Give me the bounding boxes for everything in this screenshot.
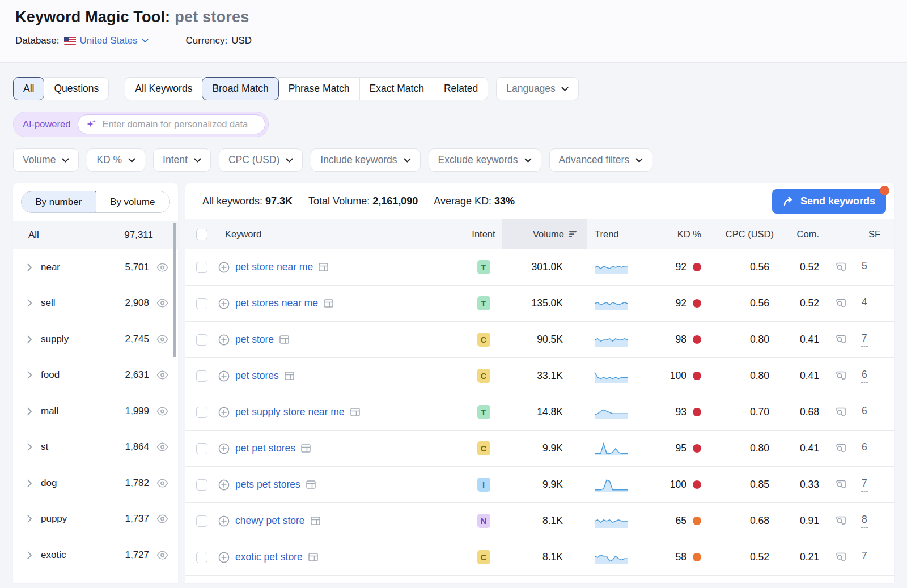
send-keywords-button[interactable]: Send keywords: [772, 189, 886, 214]
serp-features-icon[interactable]: [324, 299, 333, 308]
serp-features-icon[interactable]: [306, 480, 316, 489]
add-keyword-icon[interactable]: [218, 262, 230, 273]
row-checkbox[interactable]: [196, 262, 207, 273]
eye-icon[interactable]: [156, 407, 168, 416]
row-checkbox[interactable]: [196, 552, 207, 563]
serp-features-icon[interactable]: [301, 444, 311, 453]
tab-all-keywords[interactable]: All Keywords: [125, 77, 202, 100]
row-checkbox[interactable]: [196, 515, 207, 527]
serp-features-icon[interactable]: [285, 372, 294, 380]
domain-input[interactable]: [102, 119, 257, 130]
tab-all[interactable]: All: [13, 77, 44, 100]
view-serp-icon[interactable]: [835, 299, 847, 308]
domain-input-box[interactable]: [78, 114, 265, 134]
view-serp-icon[interactable]: [835, 407, 847, 417]
filter-intent-button[interactable]: Intent: [153, 148, 211, 172]
chevron-right-icon[interactable]: [27, 263, 32, 271]
sidebar-item-st[interactable]: st 1,864: [13, 429, 178, 466]
serp-features-icon[interactable]: [311, 517, 320, 525]
filter-include-keywords-button[interactable]: Include keywords: [311, 148, 420, 172]
select-all-checkbox[interactable]: [196, 229, 207, 240]
chevron-right-icon[interactable]: [27, 407, 32, 415]
row-checkbox[interactable]: [196, 298, 207, 309]
keyword-link[interactable]: pet supply store near me: [235, 406, 345, 418]
keyword-link[interactable]: pet stores: [235, 370, 279, 382]
eye-icon[interactable]: [156, 479, 168, 488]
keyword-link[interactable]: chewy pet store: [235, 515, 305, 527]
filter-advanced-filters-button[interactable]: Advanced filters: [549, 148, 653, 172]
serp-features-icon[interactable]: [308, 553, 318, 561]
chevron-right-icon[interactable]: [27, 479, 32, 487]
keyword-link[interactable]: pet stores near me: [235, 297, 318, 309]
sidebar-item-supply[interactable]: supply 2,745: [13, 321, 178, 357]
chevron-right-icon[interactable]: [27, 551, 32, 559]
chevron-right-icon[interactable]: [27, 335, 32, 343]
tab-broad-match[interactable]: Broad Match: [202, 77, 278, 100]
add-keyword-icon[interactable]: [218, 370, 230, 382]
keyword-link[interactable]: pets pet stores: [235, 479, 300, 491]
view-serp-icon[interactable]: [835, 371, 847, 381]
tab-exact-match[interactable]: Exact Match: [359, 77, 434, 100]
column-header-trend[interactable]: Trend: [587, 219, 646, 249]
eye-icon[interactable]: [156, 263, 168, 272]
sf-count[interactable]: 8: [861, 514, 868, 528]
toggle-by-number[interactable]: By number: [21, 191, 96, 213]
filter-volume-button[interactable]: Volume: [13, 148, 79, 172]
column-header-kd[interactable]: KD %: [646, 219, 709, 249]
serp-features-icon[interactable]: [319, 263, 328, 271]
languages-button[interactable]: Languages: [496, 77, 579, 100]
serp-features-icon[interactable]: [279, 335, 289, 344]
add-keyword-icon[interactable]: [218, 479, 230, 491]
sidebar-item-mall[interactable]: mall 1,999: [13, 393, 178, 429]
database-selector[interactable]: United States: [64, 35, 149, 46]
row-checkbox[interactable]: [196, 407, 207, 418]
view-serp-icon[interactable]: [835, 552, 847, 562]
keyword-link[interactable]: pet store: [235, 334, 274, 346]
row-checkbox[interactable]: [196, 443, 207, 454]
sf-count[interactable]: 6: [861, 369, 868, 383]
view-serp-icon[interactable]: [835, 444, 847, 453]
keyword-link[interactable]: pet store near me: [235, 261, 313, 273]
tab-questions[interactable]: Questions: [44, 77, 109, 100]
add-keyword-icon[interactable]: [218, 407, 230, 418]
sidebar-item-puppy[interactable]: puppy 1,737: [13, 501, 178, 538]
sf-count[interactable]: 7: [861, 333, 868, 347]
view-serp-icon[interactable]: [835, 262, 847, 272]
sidebar-item-dog[interactable]: dog 1,782: [13, 465, 178, 501]
view-serp-icon[interactable]: [835, 480, 847, 489]
sf-count[interactable]: 5: [861, 260, 868, 274]
row-checkbox[interactable]: [196, 479, 207, 491]
sidebar-item-food[interactable]: food 2,631: [13, 357, 178, 394]
view-serp-icon[interactable]: [835, 335, 847, 344]
add-keyword-icon[interactable]: [218, 515, 230, 527]
sidebar-item-exotic[interactable]: exotic 1,727: [13, 537, 178, 573]
row-checkbox[interactable]: [196, 370, 207, 382]
column-header-com[interactable]: Com.: [779, 219, 827, 249]
sidebar-scrollbar[interactable]: [173, 223, 176, 357]
filter-cpc-usd--button[interactable]: CPC (USD): [219, 148, 303, 172]
tab-phrase-match[interactable]: Phrase Match: [278, 77, 360, 100]
filter-kd--button[interactable]: KD %: [87, 148, 145, 172]
tab-related[interactable]: Related: [434, 77, 488, 100]
column-header-volume[interactable]: Volume: [502, 219, 587, 249]
keyword-link[interactable]: pet pet stores: [235, 442, 295, 454]
add-keyword-icon[interactable]: [218, 552, 230, 563]
add-keyword-icon[interactable]: [218, 298, 230, 309]
chevron-right-icon[interactable]: [27, 515, 32, 523]
column-header-cpc[interactable]: CPC (USD): [709, 219, 779, 249]
view-serp-icon[interactable]: [835, 516, 847, 526]
sidebar-item-all[interactable]: All 97,311: [13, 221, 178, 249]
toggle-by-volume[interactable]: By volume: [96, 191, 170, 212]
eye-icon[interactable]: [156, 514, 168, 523]
sf-count[interactable]: 7: [861, 550, 868, 564]
filter-exclude-keywords-button[interactable]: Exclude keywords: [429, 148, 541, 172]
chevron-right-icon[interactable]: [27, 371, 32, 379]
add-keyword-icon[interactable]: [218, 443, 230, 454]
eye-icon[interactable]: [156, 335, 168, 344]
column-header-sf[interactable]: SF: [827, 219, 894, 249]
column-header-keyword[interactable]: Keyword: [218, 219, 465, 249]
keyword-link[interactable]: exotic pet store: [235, 551, 303, 563]
column-header-intent[interactable]: Intent: [465, 219, 502, 249]
sf-count[interactable]: 4: [861, 296, 868, 310]
sf-count[interactable]: 6: [861, 405, 868, 419]
